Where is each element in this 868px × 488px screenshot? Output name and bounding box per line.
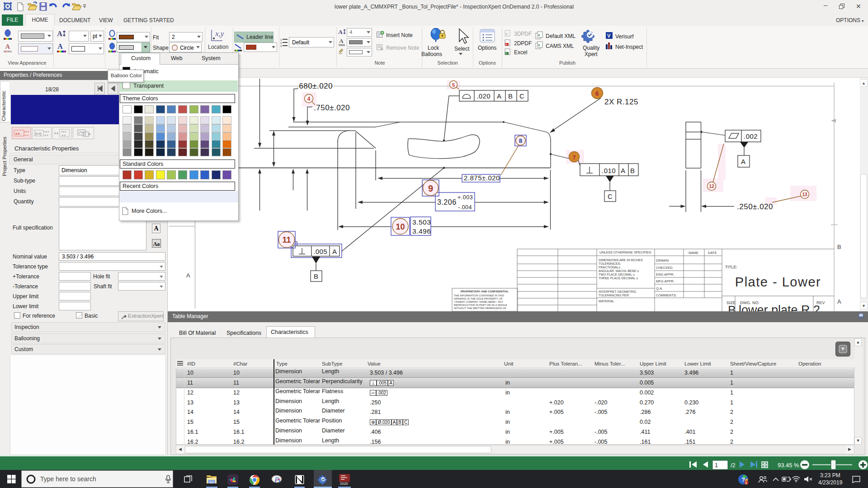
- svg-text:C: C: [519, 92, 524, 100]
- svg-text:/2: /2: [731, 462, 736, 469]
- svg-text:B: B: [508, 92, 513, 100]
- svg-text:A: A: [5, 43, 10, 50]
- svg-text:B: B: [630, 167, 635, 174]
- svg-text:COMMENTS:: COMMENTS:: [656, 293, 677, 297]
- svg-text:8: 8: [519, 137, 523, 144]
- svg-text:x: x: [538, 43, 540, 47]
- svg-text:A: A: [57, 42, 63, 50]
- svg-text:B: B: [314, 272, 319, 280]
- svg-text:x: x: [538, 33, 540, 37]
- svg-text:A: A: [837, 298, 841, 305]
- svg-text:CHECKED: CHECKED: [656, 266, 673, 270]
- svg-text:DIMENSIONS ARE IN INCHES: DIMENSIONS ARE IN INCHES: [599, 258, 643, 262]
- svg-text:V: V: [607, 33, 611, 38]
- svg-text:NAME: NAME: [689, 251, 698, 255]
- svg-text:4: 4: [307, 96, 311, 102]
- svg-text:3.503: 3.503: [412, 218, 431, 226]
- svg-text:WITHOUT THE WRITTEN PERMISSION: WITHOUT THE WRITTEN PERMISSION OF: [454, 307, 506, 310]
- svg-text:TOLERANCES:: TOLERANCES:: [599, 262, 621, 265]
- svg-text:Plate - Lower: Plate - Lower: [735, 275, 821, 289]
- svg-text:lower plate R 2: lower plate R 2: [739, 303, 820, 311]
- svg-text:.020: .020: [476, 92, 491, 100]
- svg-text:MATERIAL: MATERIAL: [599, 300, 614, 303]
- svg-text:-x.x: -x.x: [24, 134, 28, 136]
- svg-text:C: C: [608, 192, 613, 200]
- svg-text:1: 1: [715, 462, 718, 469]
- svg-text:.002: .002: [744, 132, 758, 140]
- svg-text:A: A: [339, 38, 344, 44]
- svg-text:+x.x: +x.x: [24, 130, 29, 133]
- svg-text:1: 1: [280, 38, 282, 41]
- svg-text:A: A: [741, 158, 746, 165]
- svg-text:.250±.020: .250±.020: [737, 202, 773, 211]
- svg-text:12: 12: [709, 184, 714, 189]
- svg-text:+.003: +.003: [458, 194, 473, 201]
- svg-text:THE INFORMATION CONTAINED IN T: THE INFORMATION CONTAINED IN THIS: [454, 294, 504, 297]
- svg-text:+x.x: +x.x: [44, 130, 49, 133]
- svg-text:x,y: x,y: [215, 29, 224, 38]
- svg-text:x.x: x.x: [15, 132, 20, 135]
- svg-text:TOLERANCING PER:: TOLERANCING PER:: [599, 294, 630, 297]
- svg-text:TWO PLACE DECIMAL ±: TWO PLACE DECIMAL ±: [599, 273, 635, 276]
- svg-text:-x.x: -x.x: [44, 134, 48, 136]
- svg-text:+x.x: +x.x: [61, 130, 66, 133]
- svg-text:THREE PLACE DECIMAL ±: THREE PLACE DECIMAL ±: [599, 277, 638, 280]
- svg-text:3: 3: [280, 45, 282, 47]
- svg-text:-.004: -.004: [458, 204, 472, 211]
- svg-text:UNLESS OTHERWISE SPECIFIED:: UNLESS OTHERWISE SPECIFIED:: [599, 250, 652, 254]
- svg-text:DRAWING IS THE SOLE PROPERTY O: DRAWING IS THE SOLE PROPERTY OF: [454, 297, 503, 300]
- svg-text:.680±.020: .680±.020: [297, 82, 333, 90]
- svg-text:ANGULAR: MACH± BEND ±: ANGULAR: MACH± BEND ±: [599, 269, 639, 272]
- svg-text:5: 5: [452, 82, 455, 88]
- svg-text:DRAWN: DRAWN: [656, 258, 669, 263]
- svg-text:A: A: [497, 92, 502, 100]
- svg-text:TITLE:: TITLE:: [725, 265, 737, 269]
- svg-text:.010: .010: [602, 167, 616, 174]
- svg-text:A: A: [621, 167, 626, 174]
- svg-text:[x.x]: [x.x]: [35, 132, 41, 136]
- svg-text:FRACTIONAL±: FRACTIONAL±: [599, 266, 620, 269]
- svg-text:13: 13: [802, 192, 807, 197]
- svg-text:2.875±.020: 2.875±.020: [464, 174, 500, 182]
- svg-text:x: x: [505, 32, 508, 36]
- svg-text:3.496: 3.496: [412, 227, 431, 235]
- svg-text:7: 7: [572, 154, 576, 161]
- svg-text:2020: 2020: [340, 482, 348, 485]
- svg-text:REPRODUCTION IN PART OR AS A W: REPRODUCTION IN PART OR AS A WHOLE: [454, 304, 507, 306]
- svg-text:%: %: [794, 462, 799, 469]
- svg-text:A: A: [186, 272, 190, 279]
- svg-text:Q.A.: Q.A.: [656, 286, 663, 291]
- svg-text:X: X: [505, 52, 507, 55]
- svg-text:B: B: [728, 304, 736, 311]
- svg-text:.005: .005: [313, 248, 327, 255]
- svg-text:x.x: x.x: [54, 131, 58, 135]
- svg-text:A: A: [332, 248, 337, 255]
- svg-text:A: A: [57, 30, 62, 38]
- svg-text:93.45: 93.45: [778, 462, 793, 469]
- svg-text:A: A: [505, 43, 507, 46]
- svg-text:<INSERT COMPANY NAME HERE>. A: <INSERT COMPANY NAME HERE>. ANY: [454, 300, 503, 303]
- svg-text:PROPRIETARY AND CONFIDENTIAL: PROPRIETARY AND CONFIDENTIAL: [461, 290, 509, 293]
- svg-text:10: 10: [396, 222, 405, 231]
- svg-text:9: 9: [428, 183, 433, 193]
- svg-text:A: A: [338, 28, 343, 35]
- svg-text:3.206: 3.206: [437, 198, 457, 206]
- svg-text:!: !: [745, 481, 747, 485]
- svg-text:11: 11: [282, 235, 291, 244]
- svg-text:2: 2: [280, 42, 282, 44]
- svg-text:6: 6: [595, 90, 599, 97]
- svg-text:.750±.020: .750±.020: [314, 103, 350, 112]
- svg-text:-x.x: -x.x: [61, 134, 66, 136]
- svg-text:MFG APPR.: MFG APPR.: [656, 279, 675, 283]
- svg-text:INTERPRET GEOMETRIC: INTERPRET GEOMETRIC: [599, 290, 637, 293]
- svg-text:DATE: DATE: [708, 251, 717, 255]
- svg-text:2X R.125: 2X R.125: [604, 98, 638, 106]
- svg-text:ENG APPR.: ENG APPR.: [656, 272, 674, 277]
- svg-text:B: B: [837, 244, 841, 250]
